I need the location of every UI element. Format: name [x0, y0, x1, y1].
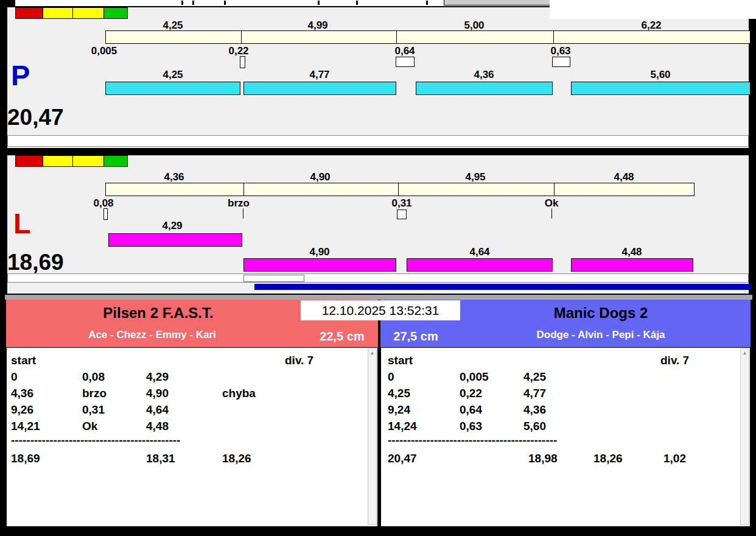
flyball-timer-screen: 4,25 4,99 5,00 6,22 0,005 0,22 0,64 0,63…	[0, 0, 756, 536]
split-time-label: 6,22	[627, 19, 676, 32]
table-cell: 4,25	[388, 387, 410, 400]
table-cell: 0,64	[460, 403, 482, 417]
cross-time-label: Ok	[527, 197, 576, 210]
cross-marker-box	[396, 57, 415, 67]
team-dogs-left: Ace - Chezz - Emmy - Kari	[18, 329, 286, 341]
scrollbar-left[interactable]: ▲	[368, 348, 377, 525]
cross-time-label: 0,08	[79, 197, 128, 210]
run-bar	[416, 82, 553, 95]
lane-total-p: 20,47	[7, 106, 64, 129]
table-cell: 4,36	[523, 403, 546, 417]
start-light-yellow-icon	[72, 7, 104, 19]
segment-divider	[398, 183, 399, 196]
run-time-label: 4,90	[295, 246, 344, 258]
segment-divider	[396, 31, 397, 43]
run-time-label: 4,64	[455, 246, 504, 258]
table-cell: 4,36	[11, 387, 33, 400]
table-cell: 4,29	[146, 370, 169, 384]
top-right-window-remnant	[550, 0, 756, 19]
cross-time-label: 0,31	[377, 197, 426, 210]
cross-marker-box	[103, 208, 108, 220]
run-bar	[571, 82, 751, 95]
table-cell: 4,64	[146, 403, 169, 417]
start-label: start	[388, 354, 413, 367]
cross-time-label: 0,22	[214, 45, 263, 57]
total-time: 1,02	[663, 452, 686, 465]
cross-time-label: 0,005	[80, 45, 128, 57]
start-label: start	[11, 354, 36, 367]
table-cell: 9,26	[11, 403, 33, 417]
run-time-label: 4,77	[295, 69, 344, 81]
run-time-label: 5,60	[636, 69, 685, 81]
table-cell: 14,21	[11, 420, 40, 433]
start-light-red-icon	[15, 155, 43, 167]
table-cell: 4,25	[523, 370, 546, 384]
run-time-label: 4,48	[607, 246, 656, 258]
table-cell: 0,005	[460, 370, 489, 384]
progress-bar	[254, 284, 751, 290]
split-time-label: 4,48	[600, 171, 648, 183]
total-time: 18,69	[11, 452, 40, 465]
table-cell: 14,24	[388, 420, 417, 433]
table-separator: ----------------------------------------…	[388, 434, 557, 447]
cross-time-label: brzo	[214, 197, 263, 210]
start-light-green-icon	[103, 155, 128, 167]
team-dogs-right: Dodge - Alvin - Pepi - Kája	[452, 329, 750, 341]
cross-marker-box	[397, 210, 407, 219]
status-strip-p	[7, 135, 749, 147]
tab-text-remnant	[356, 1, 358, 5]
table-cell: 9,24	[388, 403, 410, 417]
run-time-label: 4,29	[148, 220, 197, 232]
table-separator: ----------------------------------------…	[11, 434, 180, 447]
start-light-yellow-icon	[72, 155, 104, 167]
team-name-left: Pilsen 2 F.A.S.T.	[18, 305, 298, 322]
total-time: 18,31	[146, 452, 175, 465]
total-time: 18,98	[528, 452, 558, 465]
table-cell: 0,31	[82, 403, 105, 417]
tab-text-remnant	[181, 1, 183, 5]
tab-text-remnant	[318, 1, 320, 5]
division-label: div. 7	[660, 354, 689, 367]
table-cell: 0	[11, 370, 18, 384]
total-time: 18,26	[593, 452, 623, 465]
team-name-right: Manic Dogs 2	[452, 305, 750, 322]
split-time-label: 4,99	[293, 19, 342, 32]
split-time-label: 4,90	[296, 171, 345, 183]
start-light-yellow-icon	[43, 7, 73, 19]
run-bar	[407, 258, 553, 272]
segment-divider	[553, 31, 554, 43]
table-cell: 5,60	[523, 420, 546, 433]
table-cell: 4,90	[146, 387, 169, 400]
split-time-label: 5,00	[450, 19, 499, 32]
start-light-green-icon	[103, 7, 128, 19]
status-strip-l	[7, 273, 749, 283]
division-label: div. 7	[285, 354, 313, 367]
segment-divider	[243, 183, 244, 196]
tab-text-remnant	[426, 1, 428, 5]
split-bar-l	[105, 183, 695, 196]
run-bar	[243, 82, 396, 95]
cross-time-label: 0,63	[536, 45, 585, 57]
segment-divider	[554, 183, 555, 196]
section-divider	[5, 295, 752, 300]
scroll-up-icon[interactable]: ▲	[741, 349, 749, 358]
table-cell: Ok	[82, 420, 97, 433]
run-bar	[243, 258, 396, 272]
scroll-up-icon[interactable]: ▲	[368, 349, 376, 358]
scrollbar-right[interactable]: ▲	[740, 348, 749, 525]
status-indicator-box	[243, 275, 304, 282]
start-lights-l	[15, 155, 128, 167]
segment-divider	[241, 31, 242, 43]
split-time-label: 4,36	[150, 171, 198, 183]
start-light-red-icon	[15, 7, 43, 19]
total-time: 20,47	[388, 452, 417, 465]
cross-marker-box	[240, 56, 245, 68]
run-bar	[108, 233, 242, 247]
run-time-label: 4,25	[149, 69, 197, 81]
cross-time-label: 0,64	[380, 45, 429, 57]
table-cell: 0	[388, 370, 394, 384]
lane-total-l: 18,69	[7, 251, 64, 273]
top-tab[interactable]	[444, 0, 550, 5]
start-lights-p	[15, 7, 128, 19]
tab-text-remnant	[192, 1, 194, 5]
